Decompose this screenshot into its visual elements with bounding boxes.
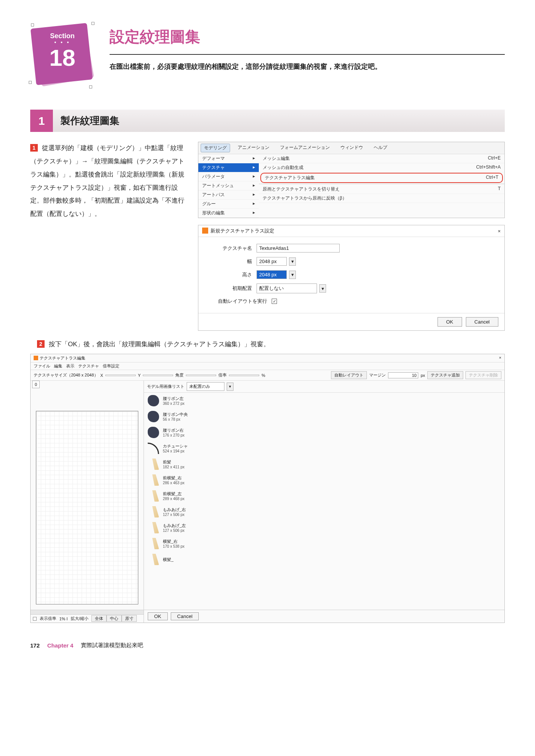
texture-list-item[interactable]: 横髪_右170 x 538 px: [144, 536, 504, 552]
section-number: 18: [30, 46, 94, 70]
texture-list-item[interactable]: もみあげ_右127 x 506 px: [144, 504, 504, 520]
editor-menu-item[interactable]: ファイル: [34, 363, 50, 369]
editor-menu-item[interactable]: 倍率設定: [103, 363, 119, 369]
canvas-tab-input[interactable]: 0: [32, 381, 40, 388]
menu-tab[interactable]: モデリング: [201, 144, 230, 152]
menu-tab[interactable]: ヘルプ: [371, 144, 390, 152]
item-size: 286 x 463 px: [163, 481, 184, 485]
y-input[interactable]: [143, 375, 173, 376]
name-input[interactable]: TextureAtlas1: [257, 244, 340, 253]
step1-paragraph: 1 從選單列的「建模（モデリング）」中點選「紋理（テクスチャ）」→「紋理圖集編輯…: [30, 142, 189, 331]
ok-button[interactable]: OK: [438, 317, 462, 327]
texture-list-item[interactable]: 横髪_: [144, 552, 504, 567]
submenu-item[interactable]: メッシュ編集Ctrl+E: [259, 154, 504, 163]
item-size: 360 x 272 px: [163, 401, 184, 406]
submenu-item[interactable]: テクスチャアトラスから原画に反映（β）: [259, 194, 504, 203]
h-scrollbar[interactable]: [31, 610, 144, 614]
item-size: 56 x 78 px: [163, 417, 188, 421]
init-input[interactable]: 配置しない: [257, 284, 317, 293]
editor-cancel-button[interactable]: Cancel: [171, 612, 199, 620]
menu-item[interactable]: デフォーマ▸: [198, 154, 259, 163]
item-name: もみあげ_左: [163, 523, 186, 528]
init-dropdown-icon[interactable]: ▾: [319, 284, 326, 293]
item-size: 127 x 506 px: [163, 528, 186, 533]
menu-item[interactable]: 形状の編集▸: [198, 209, 259, 218]
angle-input[interactable]: [186, 375, 216, 376]
width-dropdown-icon[interactable]: ▾: [289, 257, 296, 266]
texture-list-item[interactable]: 腰リボン左360 x 272 px: [144, 393, 504, 409]
subsection-title: 製作紋理圖集: [53, 110, 505, 132]
status-checkbox[interactable]: [33, 617, 37, 621]
x-input[interactable]: [105, 375, 136, 376]
page-footer: 172 Chapter 4 實際試著讓模型動起來吧: [30, 642, 505, 649]
auto-layout-checkbox[interactable]: ✓: [272, 299, 277, 304]
texture-list-item[interactable]: 前横髪_左289 x 468 px: [144, 488, 504, 504]
dialog-title: 新規テクスチャアトラス設定: [210, 228, 274, 234]
width-input[interactable]: 2048 px: [257, 257, 287, 266]
thumbnail-icon: [148, 395, 159, 406]
editor-menu-item[interactable]: 編集: [54, 363, 62, 369]
menu-tab[interactable]: ウィンドウ: [337, 144, 366, 152]
step-mark-2: 2: [37, 340, 45, 348]
editor-menu-item[interactable]: 表示: [66, 363, 74, 369]
menu-screenshot: モデリングアニメーションフォームアニメーションウィンドウヘルプ デフォーマ▸テク…: [198, 142, 505, 218]
zoom-label: 表示倍率: [40, 616, 56, 621]
list-filter-dropdown-icon[interactable]: ▾: [227, 383, 233, 391]
editor-menu-item[interactable]: テクスチャ: [78, 363, 99, 369]
subsection-number: 1: [30, 110, 53, 132]
atlas-editor-screenshot: テクスチャアトラス編集 × ファイル編集表示テクスチャ倍率設定 テクスチャサイズ…: [30, 354, 505, 623]
angle-label: 角度: [175, 372, 184, 378]
menu-item[interactable]: アートメッシュ▸: [198, 181, 259, 191]
width-label: 幅: [207, 258, 257, 265]
step-mark-1: 1: [30, 144, 38, 152]
editor-ok-button[interactable]: OK: [148, 612, 168, 620]
zoom-preset-button[interactable]: 中心: [107, 615, 122, 622]
margin-input[interactable]: 10: [388, 372, 418, 378]
cancel-button[interactable]: Cancel: [466, 317, 498, 327]
menu-item[interactable]: パラメータ▸: [198, 172, 259, 181]
section-label: Section: [30, 32, 94, 40]
item-size: 182 x 411 px: [163, 465, 184, 469]
atlas-canvas[interactable]: [36, 411, 138, 604]
menu-item[interactable]: アートパス▸: [198, 191, 259, 200]
rate-input[interactable]: [229, 375, 259, 376]
delete-texture-button[interactable]: テクスチャ削除: [465, 371, 501, 379]
item-size: 289 x 468 px: [163, 497, 184, 501]
item-name: 腰リボン中央: [163, 412, 188, 417]
height-dropdown-icon[interactable]: ▾: [289, 271, 296, 279]
submenu-item[interactable]: 原画とテクスチャアトラスを切り替えT: [259, 185, 504, 194]
height-input[interactable]: 2048 px: [257, 270, 287, 279]
submenu-item[interactable]: メッシュの自動生成Ctrl+Shift+A: [259, 163, 504, 172]
texture-list-item[interactable]: もみあげ_左127 x 506 px: [144, 520, 504, 536]
thumbnail-icon: [148, 474, 159, 486]
menu-item[interactable]: テクスチャ▸: [198, 163, 259, 172]
texture-list-item[interactable]: 前横髪_右286 x 463 px: [144, 472, 504, 488]
name-label: テクスチャ名: [207, 245, 257, 252]
step2-paragraph: 2 按下「OK」後，會跳出「紋理圖集編輯（テクスチャアトラス編集）」視窗。: [37, 340, 505, 349]
list-filter-dropdown[interactable]: 未配置のみ: [187, 382, 224, 391]
zoom-preset-button[interactable]: 全体: [91, 615, 107, 622]
zoom-preset-button[interactable]: 原寸: [122, 615, 137, 622]
item-name: カチューシャ: [163, 443, 188, 449]
menu-tab[interactable]: フォームアニメーション: [277, 144, 333, 152]
close-icon[interactable]: ×: [499, 355, 501, 361]
add-texture-button[interactable]: テクスチャ追加: [427, 371, 463, 379]
item-name: 前横髪_左: [163, 491, 184, 497]
menu-item[interactable]: グルー▸: [198, 200, 259, 209]
texture-list-item[interactable]: 腰リボン右176 x 270 px: [144, 424, 504, 440]
rate-label: 倍率: [218, 372, 227, 378]
close-icon[interactable]: ×: [498, 228, 501, 234]
menu-tab[interactable]: アニメーション: [235, 144, 272, 152]
chapter-label: Chapter 4: [47, 642, 73, 649]
thumbnail-icon: [148, 506, 159, 517]
texture-list-item[interactable]: 腰リボン中央56 x 78 px: [144, 409, 504, 424]
editor-title: テクスチャアトラス編集: [40, 356, 85, 360]
submenu-item[interactable]: テクスチャアトラス編集Ctrl+T: [260, 173, 503, 183]
texture-list-item[interactable]: 前髪182 x 411 px: [144, 456, 504, 472]
page-title: 設定紋理圖集: [110, 26, 505, 47]
texture-list-item[interactable]: カチューシャ524 x 194 px: [144, 440, 504, 456]
page-header: Section • • • 18 設定紋理圖集 在匯出檔案前，必須要處理紋理的相…: [30, 23, 505, 91]
new-atlas-dialog: 新規テクスチャアトラス設定 × テクスチャ名 TextureAtlas1 幅 2…: [198, 225, 505, 331]
thumbnail-icon: [148, 411, 159, 422]
auto-layout-button[interactable]: 自動レイアウト: [331, 371, 367, 379]
